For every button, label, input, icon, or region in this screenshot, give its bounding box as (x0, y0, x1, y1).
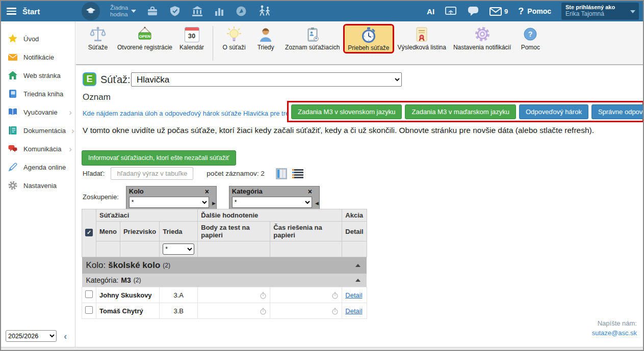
list-view-icon[interactable] (292, 169, 303, 178)
sidebar-item-dokumentacia[interactable]: Dokumentácia (1, 121, 75, 140)
sidebar-item-nastavenia[interactable]: Nastavenia (1, 176, 75, 195)
home-icon (8, 70, 18, 80)
school-year-select[interactable]: 2025/2026 (6, 330, 57, 342)
pen-icon (8, 162, 18, 172)
star-icon (8, 34, 18, 44)
top-navigation-bar: Štart Žiadnahodina (1, 1, 643, 21)
question-mark-icon: ? (518, 6, 524, 17)
menu-hamburger-icon[interactable] (1, 1, 21, 21)
cast-screen-icon[interactable] (445, 6, 457, 17)
select-all-checkbox[interactable] (85, 229, 93, 236)
search-label: Hľadať: (83, 170, 105, 177)
toolbar-separator (213, 26, 213, 61)
class-filter-select[interactable]: * (163, 244, 194, 255)
announcement-heading: Oznam (83, 92, 111, 102)
tool-priebeh-sutaze[interactable]: Priebeh súťaže (343, 24, 394, 53)
scales-icon (89, 26, 107, 43)
contact-footer: Napíšte nám: sutaze@asc.sk (592, 318, 637, 338)
announcement-link[interactable]: Kde nájdem zadania úloh a odpoveďový hár… (83, 110, 306, 117)
tool-kalendar[interactable]: 30 Kalendár (176, 24, 208, 52)
graduation-cap-icon[interactable] (82, 2, 100, 20)
stopwatch-empty-icon (260, 308, 267, 315)
help-button[interactable]: ? Pomoc (518, 6, 551, 17)
downloads-highlight-box: Zadania M3 v slovenskom jazyku Zadania M… (287, 101, 644, 122)
ai-button[interactable]: AI (427, 7, 434, 16)
open-book-icon (8, 107, 18, 117)
move-right-icon[interactable] (212, 201, 216, 206)
mail-icon (490, 7, 502, 16)
contact-email-link[interactable]: sutaze@asc.sk (592, 328, 637, 338)
sidebar-item-web-stranka[interactable]: Web stránka (1, 66, 75, 85)
messages-indicator[interactable]: 9 (490, 7, 508, 16)
start-button[interactable]: Štart (22, 7, 40, 16)
detail-link[interactable]: Detail (345, 307, 362, 315)
sidebar-item-triedna-kniha[interactable]: Triedna kniha (1, 85, 75, 103)
institution-icon[interactable] (191, 5, 203, 17)
sidebar-item-komunikacia[interactable]: Komunikácia (1, 140, 75, 158)
column-priezvisko: Priezvisko (120, 222, 159, 241)
competition-select[interactable]: Hlavička (131, 72, 402, 87)
sidebar-item-notifikacie[interactable]: Notifikácie (1, 48, 75, 66)
contestants-table: Súťažiaci Ďalšie hodnotenie Akcia Meno P… (82, 209, 367, 319)
group-row-kategoria[interactable]: Kategória: M3 (2) (82, 274, 367, 287)
description-text: V tomto okne uvidíte už počas súťaže, kt… (83, 124, 643, 136)
activity-circle-icon[interactable] (235, 5, 247, 17)
chevron-right-icon (69, 145, 72, 153)
sidebar-item-uvod[interactable]: Úvod (1, 30, 75, 48)
tool-vysledkova-listina[interactable]: Výsledková listina (394, 24, 450, 52)
clipboard-list-icon (304, 26, 321, 43)
row-checkbox[interactable] (85, 290, 93, 298)
shield-check-icon[interactable] (169, 5, 181, 17)
search-input[interactable] (111, 167, 193, 180)
grouping-kategoria-select[interactable]: * (232, 197, 312, 208)
table-row: Tomáš Chytrý 3.B Detail (82, 303, 367, 319)
records-count: počet záznamov: 2 (207, 170, 264, 177)
briefcase-icon[interactable] (146, 5, 159, 17)
inform-contestants-button[interactable]: Informovať súťažiacich, ktorí ešte nezač… (82, 150, 236, 166)
certificate-icon (413, 26, 430, 43)
window-bottom-strip (1, 347, 643, 350)
chevron-down-icon (131, 10, 136, 13)
zadania-madarsky-button[interactable]: Zadania M3 v maďarskom jazyku (405, 104, 516, 119)
stopwatch-empty-icon (260, 292, 267, 299)
tool-nastavenia-notifikacii[interactable]: Nastavenia notifikácií (450, 24, 514, 52)
sidebar-item-agenda-online[interactable]: Agenda online (1, 158, 75, 176)
chat-bubble-icon[interactable] (467, 6, 479, 17)
tool-pomoc[interactable]: ? Pomoc (514, 24, 546, 52)
person-icon (257, 26, 274, 43)
spravne-odpovede-button[interactable]: Správne odpovede (591, 104, 644, 119)
collapse-group-icon[interactable] (355, 279, 360, 282)
collapse-group-icon[interactable] (355, 264, 360, 267)
collapse-sidebar-icon[interactable] (64, 331, 67, 341)
close-icon[interactable] (205, 188, 209, 195)
column-view-icon[interactable] (276, 168, 287, 179)
tool-sutaze[interactable]: Súťaže (82, 24, 114, 52)
walking-people-icon[interactable] (257, 5, 272, 18)
grouping-kolo-select[interactable]: * (129, 197, 209, 208)
column-cas: Čas riešenia na papieri (270, 222, 342, 241)
tool-triedy[interactable]: Triedy (250, 24, 281, 52)
bar-chart-icon[interactable] (214, 6, 225, 17)
move-left-icon[interactable] (315, 201, 319, 206)
stopwatch-icon (360, 26, 377, 44)
detail-link[interactable]: Detail (345, 291, 362, 299)
lightbulb-icon (225, 26, 243, 43)
chevron-down-icon (630, 10, 635, 13)
odpovedovy-harok-button[interactable]: Odpoveďový hárok (519, 104, 588, 119)
question-circle-icon: ? (522, 26, 539, 43)
sidebar-item-vyucovanie[interactable]: Vyučovanie (1, 103, 75, 121)
notebook-icon (8, 89, 18, 99)
tool-zoznam-sutaziacich[interactable]: Zoznam súťažiacich (281, 24, 343, 52)
competition-toolbar: Súťaže OPEN Otvorené registrácie 30 Kale… (76, 21, 643, 65)
close-icon[interactable] (308, 188, 312, 195)
group-row-kolo[interactable]: Kolo: školské kolo (2) (82, 257, 367, 274)
row-checkbox[interactable] (85, 306, 93, 314)
current-lesson-selector[interactable]: Žiadnahodina (110, 5, 136, 18)
column-group-sutaziaci: Súťažiaci (96, 209, 198, 222)
tool-otvorene-registracie[interactable]: OPEN Otvorené registrácie (114, 24, 176, 52)
table-row: Johny Skuskovy 3.A Detail (82, 287, 367, 303)
logged-in-user-menu[interactable]: Ste prihlásený ako Erika Tajomná (561, 3, 639, 20)
sidebar: Úvod Notifikácie Web stránka Triedna kni… (1, 21, 75, 347)
tool-o-sutazi[interactable]: O súťaži (218, 24, 250, 52)
zadania-slovensky-button[interactable]: Zadania M3 v slovenskom jazyku (291, 104, 402, 119)
